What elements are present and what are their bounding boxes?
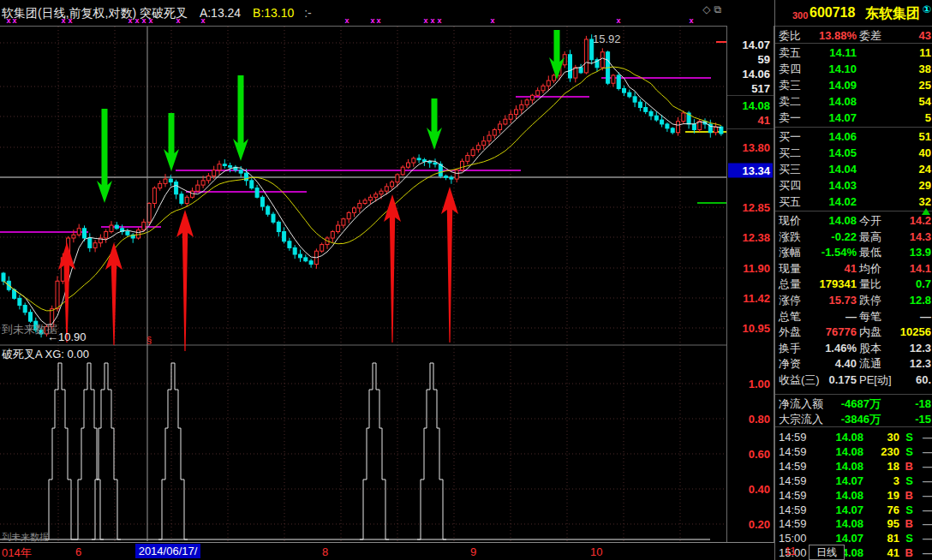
indicator-a-value: A:13.24 [200,6,241,20]
sell-level-row[interactable]: 卖二14.0854 [775,93,932,110]
chart-title: 软集团(日线,前复权,对数) 突破死叉 [0,6,188,20]
quote-value: 14.08 [828,212,857,229]
chart-corner-icons[interactable]: ◇⧉ [702,3,725,15]
candle-up [574,68,577,78]
trade-tick-row: 14:5914.0818B— [775,459,932,474]
quote-value: 4.40 [835,355,857,372]
indicator-axis-label: 0.40 [749,483,770,496]
quote-panel: 300 600718 东软集团 ① 委比13.88%委差43卖五14.1111卖… [774,0,932,560]
trade-side: S [905,444,913,459]
candle-up [600,52,604,68]
ex-rights-marker: § [146,335,152,345]
candle-down [579,68,582,73]
quote-value: — [845,308,857,325]
xg-signal-spike [158,363,188,539]
trade-volume: 76 [887,503,899,517]
period-tab-daily[interactable]: 日线 [809,545,845,560]
quote-value: 41 [845,260,857,277]
quote-label: 外盘 [779,324,801,340]
buy-price: 14.02 [828,194,857,210]
trade-dash: — [923,531,932,545]
cursor-date-highlight: 2014/06/17/二 [135,544,200,558]
candle-up [77,229,81,235]
sell-level-row[interactable]: 卖四14.1038 [775,61,932,77]
sell-level-label: 卖一 [779,110,801,126]
candle-up [93,243,97,248]
buy-level-label: 买一 [779,128,801,145]
buy-level-row[interactable]: 买二14.0540 [775,145,932,161]
buy-level-row[interactable]: 买四14.0329 [775,177,932,194]
sub-indicator-label[interactable]: 破死叉A XG: 0.00 [2,347,89,362]
trade-dash: — [923,488,932,503]
quote-label: 现量 [779,260,801,277]
quote-detail-row: 涨幅-1.54%最低13.9 [775,244,932,260]
candle-down [23,306,27,313]
buy-volume: 29 [919,177,931,194]
sell-price: 14.11 [829,45,857,61]
flow-percent: -15 [915,411,931,427]
sell-level-label: 卖三 [779,77,801,93]
quote-detail-row: 外盘76776内盘10256 [775,324,932,340]
sell-signal-arrow-down [164,113,179,171]
quote-label-2: 流通 [859,355,881,372]
sell-level-row[interactable]: 卖三14.0925 [775,77,932,93]
candle-down [638,102,642,107]
buy-volume: 51 [919,128,931,145]
split-pane-icon[interactable]: ⧉ [714,3,725,15]
flow-amount: -4687万 [841,396,881,412]
date-tick-label: 6 [75,545,81,558]
candle-up [185,197,188,203]
candle-up [520,104,523,110]
trade-side: S [905,430,913,444]
indicator-axis-label: 0.80 [749,413,770,426]
buy-level-row[interactable]: 买一14.0651 [775,128,932,145]
sell-level-row[interactable]: 卖一14.075 [775,110,932,126]
last-close-axis-tag: 13.34 [728,164,773,178]
trade-price: 14.08 [835,459,863,474]
panel-separator [775,426,932,427]
indicator-axis-label: 1.00 [749,378,770,390]
buy-level-label: 买三 [779,161,801,177]
candle-up [396,175,399,182]
trade-time: 14:59 [779,503,807,517]
candle-up [72,235,75,238]
stock-header[interactable]: 300 600718 东软集团 ① [775,0,932,26]
trade-volume: 95 [887,516,899,531]
low-price-marker: ←10.90 [47,331,87,343]
mini-quote-separator [727,128,774,129]
candle-down [18,298,21,305]
ma-line-13 [3,67,721,311]
candle-up [164,179,167,183]
sell-volume: 11 [919,45,931,61]
flow-amount: -3846万 [841,411,881,427]
buy-price: 14.05 [828,145,857,161]
candle-up [407,163,410,167]
trade-tick-row: 14:5914.0776S— [775,503,932,517]
buy-level-row[interactable]: 买三14.0424 [775,161,932,177]
flow-label: 净流入额 [779,396,823,412]
diamond-icon[interactable]: ◇ [702,3,714,15]
candle-down [288,241,291,248]
weibi-value: 13.88% [819,27,857,44]
trade-tick-row: 14:5914.08230S— [775,444,932,459]
candle-up [374,194,378,198]
quote-label-2: PE[动] [859,372,892,388]
sell-price: 14.07 [828,110,857,126]
candle-down [417,158,421,160]
trade-tick-row: 14:5914.073S— [775,474,932,488]
trade-volume: 19 [887,488,899,503]
stock-name: 东软集团 [865,5,920,23]
quote-label: 涨幅 [779,244,801,260]
candle-up [525,100,529,105]
mini-quote-value: 14.06 [742,68,770,80]
sell-level-row[interactable]: 卖五14.1111 [775,45,932,61]
quote-value-2: 13.9 [910,244,931,260]
quote-value-2: 12.3 [910,355,931,372]
buy-level-row[interactable]: 买五14.0232 [775,194,932,210]
quote-label-2: 今开 [859,212,881,229]
candle-down [692,124,696,130]
candle-up [471,150,475,156]
info-badge-icon[interactable]: ① [923,3,931,15]
candle-up [347,212,350,218]
panel-separator [775,211,932,211]
